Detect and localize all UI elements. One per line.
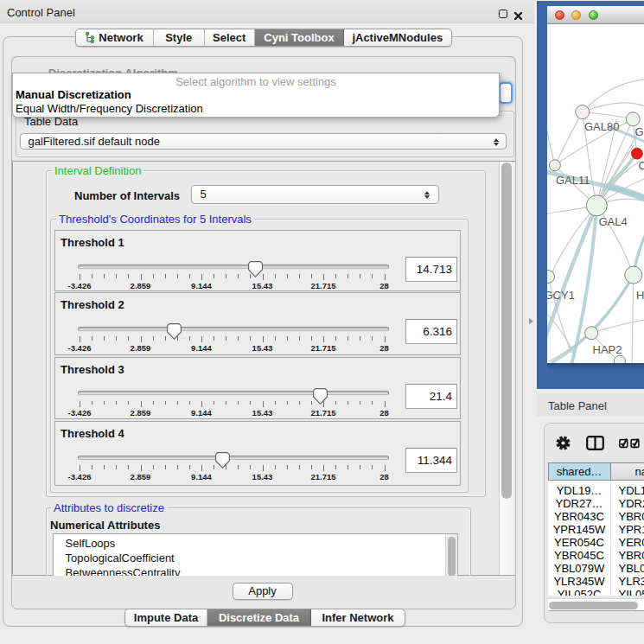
threshold-label: Threshold 2	[61, 298, 124, 311]
split-columns-icon[interactable]	[586, 436, 604, 450]
tab-discretize-data[interactable]: Discretize Data	[207, 609, 311, 626]
slider-tick-label: 2.859	[131, 281, 151, 290]
network-node-green[interactable]	[625, 266, 642, 284]
cell-shared-name: YDL19…	[548, 484, 611, 497]
network-node-pink[interactable]	[576, 105, 590, 119]
network-node-green[interactable]	[547, 271, 555, 284]
threshold-value-field[interactable]: 14.713	[405, 257, 457, 282]
threshold-slider-track[interactable]	[78, 391, 389, 395]
slider-minor-tick	[238, 465, 239, 469]
traffic-zoom-icon[interactable]	[589, 10, 598, 20]
table-row[interactable]: YIL052CYIL05	[548, 588, 644, 596]
network-node-green[interactable]	[549, 160, 560, 171]
table-hscrollbar-thumb[interactable]	[549, 602, 638, 609]
attributes-vscrollbar-thumb[interactable]	[448, 537, 456, 576]
slider-minor-tick	[238, 274, 239, 278]
slider-minor-tick	[104, 465, 105, 469]
combo-stepper-icon	[494, 134, 499, 150]
popup-item-manual[interactable]: Manual Discretization	[16, 88, 131, 101]
slider-minor-tick	[214, 336, 214, 341]
slider-tick-label: -3.426	[68, 408, 92, 418]
tab-infer-network[interactable]: Infer Network	[311, 609, 405, 626]
close-icon[interactable]	[513, 9, 523, 18]
interval-definition-title: Interval Definition	[52, 164, 143, 177]
network-node-green[interactable]	[626, 112, 640, 126]
threshold-value-field[interactable]: 6.316	[405, 319, 457, 344]
network-node-green[interactable]	[585, 327, 598, 340]
table-row[interactable]: YDL19…YDL19	[548, 484, 644, 497]
slider-tick-label: -3.426	[68, 343, 92, 353]
network-node-green[interactable]	[586, 195, 607, 216]
slider-tick-label: 2.859	[131, 343, 151, 353]
num-intervals-combo[interactable]: 5	[191, 185, 439, 204]
tab-jactivemnodules[interactable]: jActiveMNodules	[344, 29, 451, 46]
network-window-titlebar	[547, 6, 644, 24]
main-vscrollbar-thumb[interactable]	[501, 163, 512, 499]
slider-major-tick	[263, 336, 264, 342]
table-data-combo[interactable]: galFiltered.sif default node	[20, 133, 507, 150]
algorithm-combo-fragment[interactable]	[499, 82, 513, 104]
table-row[interactable]: YER054CYER05	[548, 536, 644, 549]
tab-select[interactable]: Select	[205, 29, 256, 46]
popup-prompt-item[interactable]: Select algorithm to view settings	[13, 75, 499, 88]
table-row[interactable]: YBL079WYBL07	[548, 562, 644, 575]
splitter-handle[interactable]	[529, 318, 533, 324]
threshold-panel-1: Threshold 114.713-3.4262.8599.14415.4321…	[54, 230, 461, 291]
attributes-list: SelfLoopsTopologicalCoefficientBetweenne…	[53, 533, 458, 576]
table-row[interactable]: YBR045CYBR04	[548, 549, 644, 562]
threshold-value-field[interactable]: 21.4	[405, 384, 457, 409]
tab-style[interactable]: Style	[154, 29, 205, 46]
table-row[interactable]: YPR145WYPR14	[548, 523, 644, 536]
attributes-list-item[interactable]: BetweennessCentrality	[66, 566, 181, 576]
node-table: shared…nameYDL19…YDL19YDR27…YDR27YBR043C…	[548, 462, 644, 596]
threshold-panel-2: Threshold 26.316-3.4262.8599.14415.4321.…	[54, 292, 461, 355]
cell-name: YDR27	[619, 497, 644, 510]
slider-major-tick	[201, 401, 202, 407]
gear-icon[interactable]	[556, 436, 571, 450]
slider-tick-label: 28	[379, 408, 389, 418]
threshold-slider-thumb[interactable]	[313, 388, 328, 405]
traffic-close-icon[interactable]	[555, 10, 564, 20]
slider-minor-tick	[116, 401, 117, 405]
slider-minor-tick	[92, 336, 92, 341]
slider-major-tick	[80, 336, 80, 342]
cell-shared-name: YIL052C	[548, 588, 611, 596]
threshold-slider-thumb[interactable]	[248, 261, 263, 277]
slider-major-tick	[80, 465, 80, 471]
threshold-slider-track[interactable]	[78, 327, 389, 331]
float-window-icon[interactable]	[499, 10, 507, 18]
column-header-name-label: name	[635, 465, 644, 478]
slider-minor-tick	[128, 274, 129, 278]
popup-item-equal-width[interactable]: Equal Width/Frequency Discretization	[16, 102, 203, 115]
network-node-green[interactable]	[614, 355, 625, 363]
column-header-shared-name[interactable]: shared…	[548, 462, 611, 481]
tab-cyni-toolbox[interactable]: Cyni Toolbox	[255, 29, 344, 46]
slider-major-tick	[385, 336, 386, 342]
network-node-red[interactable]	[632, 148, 643, 159]
table-row[interactable]: YLR345WYLR34	[548, 575, 644, 588]
threshold-slider-thumb[interactable]	[215, 452, 230, 469]
attributes-list-item[interactable]: TopologicalCoefficient	[66, 552, 175, 564]
threshold-slider-track[interactable]	[78, 265, 389, 269]
slider-minor-tick	[348, 336, 348, 341]
tab-impute-data[interactable]: Impute Data	[125, 609, 207, 626]
traffic-minimize-icon[interactable]	[571, 10, 581, 20]
slider-minor-tick	[128, 465, 129, 469]
slider-major-tick	[263, 401, 264, 407]
threshold-slider-thumb[interactable]	[167, 323, 182, 340]
slider-minor-tick	[214, 401, 214, 405]
attributes-list-item[interactable]: SelfLoops	[66, 537, 116, 550]
tab-network[interactable]: Network	[76, 29, 154, 46]
network-canvas[interactable]: GAL80G.C.GAL11GAL4GCY1HHAP2	[547, 24, 644, 363]
threshold-value-field[interactable]: 11.344	[405, 448, 457, 473]
table-row[interactable]: YDR27…YDR27	[548, 497, 644, 510]
apply-button[interactable]: Apply	[233, 583, 293, 600]
table-row[interactable]: YBR043CYBR04	[548, 510, 644, 523]
cell-shared-name: YLR345W	[548, 575, 611, 588]
slider-minor-tick	[153, 401, 154, 405]
slider-minor-tick	[311, 401, 312, 405]
network-node-label: H	[636, 289, 644, 302]
slider-minor-tick	[214, 465, 214, 469]
select-columns-icon[interactable]	[619, 437, 640, 449]
threshold-slider-track[interactable]	[78, 456, 389, 460]
